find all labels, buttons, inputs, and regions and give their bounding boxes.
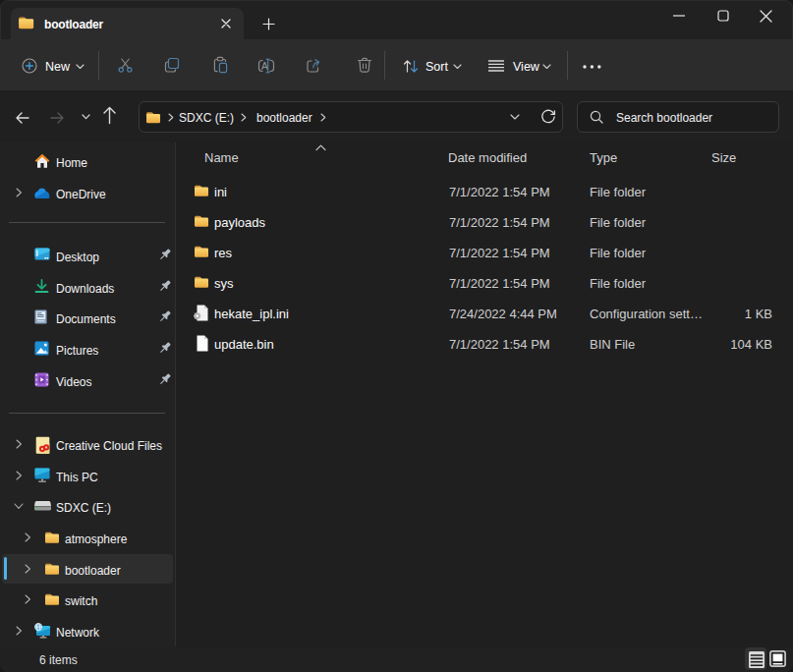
- svg-text:A: A: [261, 61, 268, 72]
